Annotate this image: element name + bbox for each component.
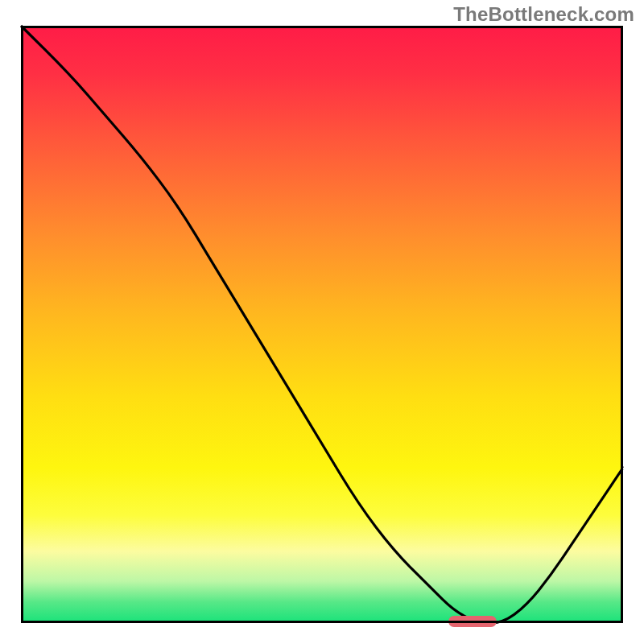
bottleneck-curve-path (21, 26, 623, 623)
watermark-text: TheBottleneck.com (453, 3, 634, 26)
plot-area (21, 26, 623, 623)
curve-layer (21, 26, 623, 623)
optimum-marker (448, 616, 497, 627)
chart-stage: TheBottleneck.com (0, 0, 644, 644)
